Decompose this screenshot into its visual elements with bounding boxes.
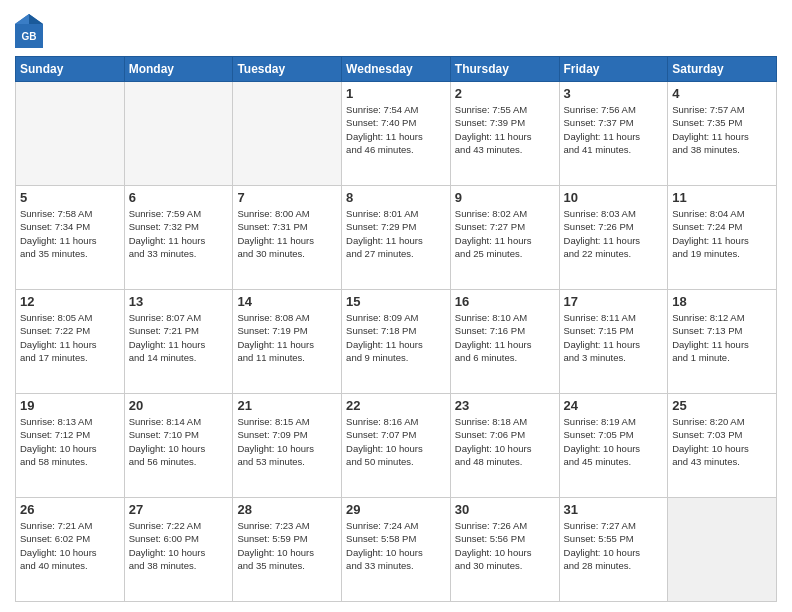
day-number: 22	[346, 398, 446, 413]
day-info: Sunrise: 8:13 AM Sunset: 7:12 PM Dayligh…	[20, 415, 120, 468]
day-number: 3	[564, 86, 664, 101]
day-number: 13	[129, 294, 229, 309]
day-cell: 7Sunrise: 8:00 AM Sunset: 7:31 PM Daylig…	[233, 186, 342, 290]
day-number: 6	[129, 190, 229, 205]
day-info: Sunrise: 8:10 AM Sunset: 7:16 PM Dayligh…	[455, 311, 555, 364]
day-info: Sunrise: 8:20 AM Sunset: 7:03 PM Dayligh…	[672, 415, 772, 468]
day-cell	[668, 498, 777, 602]
svg-marker-1	[29, 14, 43, 24]
day-info: Sunrise: 8:08 AM Sunset: 7:19 PM Dayligh…	[237, 311, 337, 364]
day-cell: 22Sunrise: 8:16 AM Sunset: 7:07 PM Dayli…	[342, 394, 451, 498]
day-info: Sunrise: 8:02 AM Sunset: 7:27 PM Dayligh…	[455, 207, 555, 260]
day-info: Sunrise: 8:04 AM Sunset: 7:24 PM Dayligh…	[672, 207, 772, 260]
day-cell: 2Sunrise: 7:55 AM Sunset: 7:39 PM Daylig…	[450, 82, 559, 186]
weekday-header-sunday: Sunday	[16, 57, 125, 82]
day-info: Sunrise: 7:58 AM Sunset: 7:34 PM Dayligh…	[20, 207, 120, 260]
day-number: 4	[672, 86, 772, 101]
day-cell: 6Sunrise: 7:59 AM Sunset: 7:32 PM Daylig…	[124, 186, 233, 290]
day-info: Sunrise: 8:03 AM Sunset: 7:26 PM Dayligh…	[564, 207, 664, 260]
day-number: 28	[237, 502, 337, 517]
day-number: 12	[20, 294, 120, 309]
day-cell: 27Sunrise: 7:22 AM Sunset: 6:00 PM Dayli…	[124, 498, 233, 602]
day-cell	[233, 82, 342, 186]
weekday-header-saturday: Saturday	[668, 57, 777, 82]
day-info: Sunrise: 8:11 AM Sunset: 7:15 PM Dayligh…	[564, 311, 664, 364]
day-cell: 16Sunrise: 8:10 AM Sunset: 7:16 PM Dayli…	[450, 290, 559, 394]
day-number: 26	[20, 502, 120, 517]
day-info: Sunrise: 7:57 AM Sunset: 7:35 PM Dayligh…	[672, 103, 772, 156]
day-info: Sunrise: 8:05 AM Sunset: 7:22 PM Dayligh…	[20, 311, 120, 364]
day-number: 24	[564, 398, 664, 413]
day-info: Sunrise: 7:59 AM Sunset: 7:32 PM Dayligh…	[129, 207, 229, 260]
day-info: Sunrise: 8:01 AM Sunset: 7:29 PM Dayligh…	[346, 207, 446, 260]
day-cell: 4Sunrise: 7:57 AM Sunset: 7:35 PM Daylig…	[668, 82, 777, 186]
day-info: Sunrise: 7:26 AM Sunset: 5:56 PM Dayligh…	[455, 519, 555, 572]
day-cell	[16, 82, 125, 186]
day-cell: 17Sunrise: 8:11 AM Sunset: 7:15 PM Dayli…	[559, 290, 668, 394]
day-number: 2	[455, 86, 555, 101]
day-number: 21	[237, 398, 337, 413]
day-number: 1	[346, 86, 446, 101]
weekday-header-tuesday: Tuesday	[233, 57, 342, 82]
day-number: 29	[346, 502, 446, 517]
day-info: Sunrise: 8:12 AM Sunset: 7:13 PM Dayligh…	[672, 311, 772, 364]
week-row-5: 26Sunrise: 7:21 AM Sunset: 6:02 PM Dayli…	[16, 498, 777, 602]
day-info: Sunrise: 8:18 AM Sunset: 7:06 PM Dayligh…	[455, 415, 555, 468]
day-cell: 12Sunrise: 8:05 AM Sunset: 7:22 PM Dayli…	[16, 290, 125, 394]
day-info: Sunrise: 7:22 AM Sunset: 6:00 PM Dayligh…	[129, 519, 229, 572]
day-number: 10	[564, 190, 664, 205]
day-cell: 8Sunrise: 8:01 AM Sunset: 7:29 PM Daylig…	[342, 186, 451, 290]
day-info: Sunrise: 7:56 AM Sunset: 7:37 PM Dayligh…	[564, 103, 664, 156]
week-row-4: 19Sunrise: 8:13 AM Sunset: 7:12 PM Dayli…	[16, 394, 777, 498]
day-info: Sunrise: 7:55 AM Sunset: 7:39 PM Dayligh…	[455, 103, 555, 156]
day-cell: 1Sunrise: 7:54 AM Sunset: 7:40 PM Daylig…	[342, 82, 451, 186]
calendar: SundayMondayTuesdayWednesdayThursdayFrid…	[15, 56, 777, 602]
day-cell: 9Sunrise: 8:02 AM Sunset: 7:27 PM Daylig…	[450, 186, 559, 290]
day-number: 11	[672, 190, 772, 205]
weekday-header-monday: Monday	[124, 57, 233, 82]
day-number: 23	[455, 398, 555, 413]
week-row-2: 5Sunrise: 7:58 AM Sunset: 7:34 PM Daylig…	[16, 186, 777, 290]
day-cell: 29Sunrise: 7:24 AM Sunset: 5:58 PM Dayli…	[342, 498, 451, 602]
day-info: Sunrise: 8:15 AM Sunset: 7:09 PM Dayligh…	[237, 415, 337, 468]
day-cell: 23Sunrise: 8:18 AM Sunset: 7:06 PM Dayli…	[450, 394, 559, 498]
day-number: 17	[564, 294, 664, 309]
day-number: 8	[346, 190, 446, 205]
day-info: Sunrise: 8:09 AM Sunset: 7:18 PM Dayligh…	[346, 311, 446, 364]
day-number: 27	[129, 502, 229, 517]
week-row-1: 1Sunrise: 7:54 AM Sunset: 7:40 PM Daylig…	[16, 82, 777, 186]
day-cell: 18Sunrise: 8:12 AM Sunset: 7:13 PM Dayli…	[668, 290, 777, 394]
day-cell: 11Sunrise: 8:04 AM Sunset: 7:24 PM Dayli…	[668, 186, 777, 290]
day-number: 15	[346, 294, 446, 309]
day-info: Sunrise: 7:27 AM Sunset: 5:55 PM Dayligh…	[564, 519, 664, 572]
day-cell: 5Sunrise: 7:58 AM Sunset: 7:34 PM Daylig…	[16, 186, 125, 290]
day-cell: 24Sunrise: 8:19 AM Sunset: 7:05 PM Dayli…	[559, 394, 668, 498]
day-cell: 26Sunrise: 7:21 AM Sunset: 6:02 PM Dayli…	[16, 498, 125, 602]
day-info: Sunrise: 8:19 AM Sunset: 7:05 PM Dayligh…	[564, 415, 664, 468]
day-info: Sunrise: 8:00 AM Sunset: 7:31 PM Dayligh…	[237, 207, 337, 260]
day-cell: 14Sunrise: 8:08 AM Sunset: 7:19 PM Dayli…	[233, 290, 342, 394]
day-number: 30	[455, 502, 555, 517]
day-info: Sunrise: 8:16 AM Sunset: 7:07 PM Dayligh…	[346, 415, 446, 468]
day-cell: 30Sunrise: 7:26 AM Sunset: 5:56 PM Dayli…	[450, 498, 559, 602]
day-number: 31	[564, 502, 664, 517]
day-cell	[124, 82, 233, 186]
day-cell: 25Sunrise: 8:20 AM Sunset: 7:03 PM Dayli…	[668, 394, 777, 498]
day-cell: 20Sunrise: 8:14 AM Sunset: 7:10 PM Dayli…	[124, 394, 233, 498]
day-cell: 19Sunrise: 8:13 AM Sunset: 7:12 PM Dayli…	[16, 394, 125, 498]
week-row-3: 12Sunrise: 8:05 AM Sunset: 7:22 PM Dayli…	[16, 290, 777, 394]
day-cell: 31Sunrise: 7:27 AM Sunset: 5:55 PM Dayli…	[559, 498, 668, 602]
day-number: 25	[672, 398, 772, 413]
day-cell: 13Sunrise: 8:07 AM Sunset: 7:21 PM Dayli…	[124, 290, 233, 394]
day-cell: 21Sunrise: 8:15 AM Sunset: 7:09 PM Dayli…	[233, 394, 342, 498]
day-number: 18	[672, 294, 772, 309]
day-cell: 15Sunrise: 8:09 AM Sunset: 7:18 PM Dayli…	[342, 290, 451, 394]
day-cell: 3Sunrise: 7:56 AM Sunset: 7:37 PM Daylig…	[559, 82, 668, 186]
logo-icon: GB	[15, 14, 43, 48]
day-number: 5	[20, 190, 120, 205]
weekday-header-friday: Friday	[559, 57, 668, 82]
day-cell: 28Sunrise: 7:23 AM Sunset: 5:59 PM Dayli…	[233, 498, 342, 602]
day-number: 14	[237, 294, 337, 309]
weekday-header-wednesday: Wednesday	[342, 57, 451, 82]
day-info: Sunrise: 7:24 AM Sunset: 5:58 PM Dayligh…	[346, 519, 446, 572]
